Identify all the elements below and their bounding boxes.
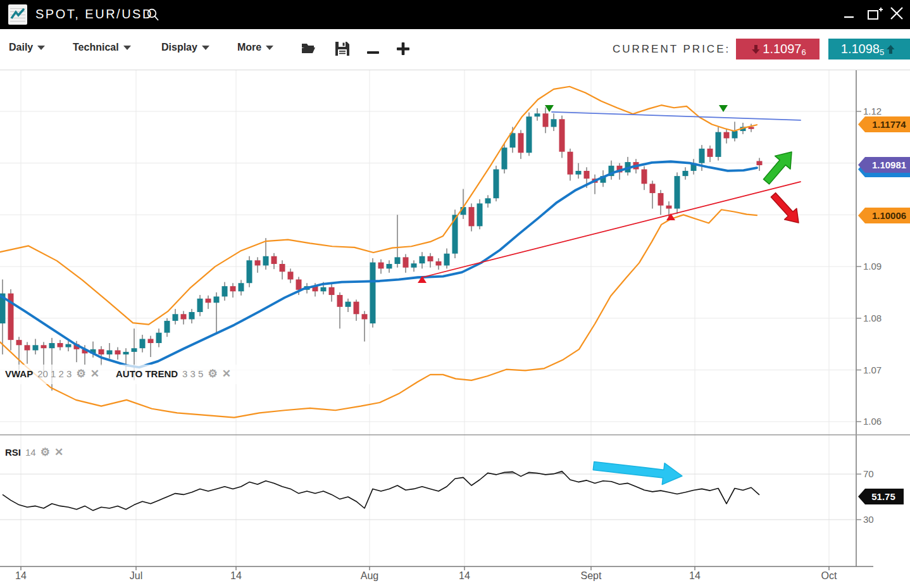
x-axis-label: Oct bbox=[821, 570, 837, 582]
auto-trend-support-line bbox=[422, 182, 801, 277]
candle-bull bbox=[222, 286, 228, 296]
candle-bull bbox=[444, 254, 450, 266]
candle-bear bbox=[354, 302, 359, 315]
candle-bull bbox=[510, 133, 516, 147]
popout-button[interactable] bbox=[867, 6, 883, 22]
arrow-down-icon bbox=[752, 44, 760, 54]
price-tag-badge[interactable]: 1.10981 bbox=[858, 157, 910, 173]
dropdown-more[interactable]: More bbox=[237, 42, 273, 53]
close-icon[interactable]: ✕ bbox=[222, 367, 231, 380]
candle-bear bbox=[41, 345, 47, 348]
y-axis-label: 1.07 bbox=[863, 365, 882, 375]
zoom-out-button[interactable] bbox=[366, 46, 380, 58]
candle-bull bbox=[494, 170, 499, 199]
close-icon[interactable]: ✕ bbox=[54, 446, 63, 459]
candle-bear bbox=[255, 260, 261, 265]
candle-bear bbox=[25, 345, 30, 350]
vwap-label: VWAP bbox=[5, 368, 33, 379]
candle-bear bbox=[559, 119, 565, 151]
bid-pip: 6 bbox=[801, 47, 806, 57]
candle-bear bbox=[181, 314, 187, 319]
candle-bear bbox=[337, 295, 343, 307]
x-axis-label: 14 bbox=[15, 570, 27, 582]
sell-marker-icon bbox=[719, 105, 728, 112]
candle-bull bbox=[699, 149, 705, 163]
open-folder-icon[interactable] bbox=[301, 41, 318, 58]
arrow-up-icon bbox=[887, 44, 895, 54]
ask-price-badge[interactable]: 1.10985 bbox=[828, 39, 910, 59]
y-axis-label: 1.09 bbox=[863, 261, 882, 272]
x-axis-label: 14 bbox=[230, 570, 242, 582]
candle-bull bbox=[239, 283, 244, 291]
x-axis-label: 14 bbox=[459, 570, 470, 582]
candle-bull bbox=[527, 116, 532, 153]
gear-icon[interactable]: ⚙︎ bbox=[208, 367, 217, 380]
candle-bull bbox=[346, 302, 351, 307]
price-tag-badge[interactable]: 1.10006 bbox=[858, 208, 910, 223]
minimize-button[interactable] bbox=[844, 10, 855, 19]
trading-app-window: VWAP 20 1 2 3 ⚙︎ ✕ AUTO TREND 3 3 5 ⚙︎ ✕… bbox=[0, 0, 910, 588]
candle-bull bbox=[156, 333, 162, 343]
candle-bull bbox=[247, 260, 252, 283]
candle-bull bbox=[576, 171, 582, 175]
candle-bull bbox=[675, 176, 680, 208]
zoom-in-button[interactable] bbox=[396, 41, 410, 59]
candle-bull bbox=[107, 350, 113, 354]
bid-price-badge[interactable]: 1.10976 bbox=[736, 39, 820, 59]
sell-marker-icon bbox=[545, 105, 554, 112]
title-bar: SPOT, EUR/USD bbox=[0, 0, 910, 29]
candle-bull bbox=[485, 198, 491, 203]
close-icon[interactable]: ✕ bbox=[90, 367, 99, 380]
price-tag-badge[interactable]: 1.11774 bbox=[858, 116, 910, 132]
candle-bear bbox=[230, 286, 236, 291]
app-logo-icon bbox=[8, 4, 27, 25]
candle-bear bbox=[543, 113, 549, 127]
ask-pip: 5 bbox=[880, 47, 884, 57]
candle-bull bbox=[683, 171, 689, 176]
vwap-params: 20 1 2 3 bbox=[37, 368, 72, 379]
candle-bear bbox=[329, 287, 335, 295]
green-up-arrow-annotation bbox=[763, 152, 792, 184]
chevron-down-icon bbox=[202, 46, 209, 50]
chart-canvas[interactable] bbox=[0, 0, 910, 588]
gear-icon[interactable]: ⚙︎ bbox=[76, 367, 85, 380]
candle-bear bbox=[58, 343, 63, 347]
candle-bear bbox=[666, 206, 672, 209]
dropdown-display[interactable]: Display bbox=[161, 42, 209, 53]
candle-bear bbox=[436, 261, 442, 266]
candle-bear bbox=[469, 207, 475, 226]
y-axis-label: 1.06 bbox=[863, 416, 882, 427]
candle-bull bbox=[535, 113, 540, 116]
red-down-arrow-annotation bbox=[771, 193, 799, 223]
candle-bull bbox=[732, 131, 738, 138]
dropdown-technical[interactable]: Technical bbox=[73, 42, 131, 53]
save-icon[interactable] bbox=[334, 41, 351, 59]
auto-trend-params: 3 3 5 bbox=[182, 368, 203, 379]
candle-bull bbox=[214, 296, 220, 303]
y-axis-label: 1.08 bbox=[863, 313, 882, 323]
gear-icon[interactable]: ⚙︎ bbox=[41, 446, 50, 459]
candle-bull bbox=[33, 345, 39, 350]
candle-bull bbox=[132, 348, 137, 352]
bollinger-upper-line bbox=[0, 87, 757, 325]
candle-bull bbox=[387, 264, 392, 268]
candle-bear bbox=[658, 193, 664, 206]
candle-bear bbox=[568, 152, 573, 175]
price-tag-badge[interactable]: 51.75 bbox=[858, 489, 904, 504]
candle-bear bbox=[518, 133, 524, 153]
auto-trend-label: AUTO TREND bbox=[116, 368, 178, 379]
candle-bear bbox=[362, 314, 368, 319]
y-axis-label: 1.12 bbox=[863, 106, 882, 116]
search-icon[interactable] bbox=[146, 7, 161, 25]
candle-bear bbox=[99, 349, 104, 354]
candle-bear bbox=[296, 280, 302, 290]
candle-bull bbox=[197, 299, 203, 312]
x-axis-label: 14 bbox=[689, 570, 701, 582]
candle-bull bbox=[370, 263, 376, 323]
page-title: SPOT, EUR/USD bbox=[35, 7, 153, 22]
candle-bear bbox=[378, 263, 384, 269]
buy-marker-icon bbox=[666, 213, 675, 220]
close-window-button[interactable] bbox=[890, 6, 905, 22]
dropdown-daily[interactable]: Daily bbox=[9, 42, 45, 53]
rsi-label: RSI bbox=[5, 447, 21, 458]
